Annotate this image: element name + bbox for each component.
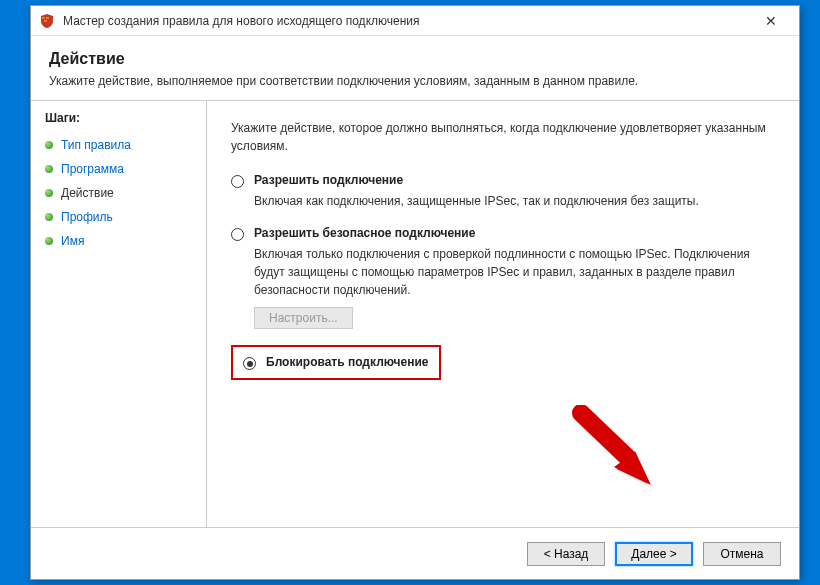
wizard-dialog: Мастер создания правила для нового исход… bbox=[30, 5, 800, 580]
option-allow-label: Разрешить подключение bbox=[254, 173, 403, 187]
step-profile[interactable]: Профиль bbox=[45, 205, 206, 229]
option-allow: Разрешить подключение Включая как подклю… bbox=[231, 173, 775, 210]
option-allow-row[interactable]: Разрешить подключение bbox=[231, 173, 775, 188]
content-intro: Укажите действие, которое должно выполня… bbox=[231, 119, 775, 155]
annotation-arrow-icon bbox=[569, 405, 659, 495]
cancel-button[interactable]: Отмена bbox=[703, 542, 781, 566]
step-label: Имя bbox=[61, 234, 84, 248]
customize-button: Настроить... bbox=[254, 307, 353, 329]
footer-buttons: < Назад Далее > Отмена bbox=[31, 527, 799, 579]
steps-title: Шаги: bbox=[45, 111, 206, 125]
next-button[interactable]: Далее > bbox=[615, 542, 693, 566]
steps-sidebar: Шаги: Тип правила Программа Действие Про… bbox=[31, 101, 206, 527]
titlebar: Мастер создания правила для нового исход… bbox=[31, 6, 799, 36]
step-program[interactable]: Программа bbox=[45, 157, 206, 181]
page-header: Действие Укажите действие, выполняемое п… bbox=[31, 36, 799, 101]
close-button[interactable]: ✕ bbox=[751, 7, 791, 35]
body: Шаги: Тип правила Программа Действие Про… bbox=[31, 101, 799, 527]
step-bullet-icon bbox=[45, 141, 53, 149]
step-rule-type[interactable]: Тип правила bbox=[45, 133, 206, 157]
radio-allow[interactable] bbox=[231, 175, 244, 188]
step-name[interactable]: Имя bbox=[45, 229, 206, 253]
highlighted-selection: Блокировать подключение bbox=[231, 345, 441, 380]
option-allow-desc: Включая как подключения, защищенные IPSe… bbox=[254, 192, 775, 210]
step-label: Тип правила bbox=[61, 138, 131, 152]
option-allow-secure: Разрешить безопасное подключение Включая… bbox=[231, 226, 775, 329]
step-bullet-icon bbox=[45, 165, 53, 173]
step-action[interactable]: Действие bbox=[45, 181, 206, 205]
step-label: Действие bbox=[61, 186, 114, 200]
svg-rect-2 bbox=[44, 20, 47, 22]
option-block-label: Блокировать подключение bbox=[266, 355, 429, 369]
step-bullet-icon bbox=[45, 189, 53, 197]
page-subtitle: Укажите действие, выполняемое при соотве… bbox=[49, 74, 781, 88]
svg-rect-1 bbox=[46, 17, 49, 19]
option-allow-secure-label: Разрешить безопасное подключение bbox=[254, 226, 475, 240]
svg-rect-0 bbox=[42, 17, 45, 19]
step-label: Программа bbox=[61, 162, 124, 176]
window-title: Мастер создания правила для нового исход… bbox=[63, 14, 751, 28]
firewall-icon bbox=[39, 13, 55, 29]
option-block-row[interactable]: Блокировать подключение bbox=[243, 355, 429, 370]
option-allow-secure-row[interactable]: Разрешить безопасное подключение bbox=[231, 226, 775, 241]
step-bullet-icon bbox=[45, 237, 53, 245]
option-allow-secure-desc: Включая только подключения с проверкой п… bbox=[254, 245, 775, 299]
page-title: Действие bbox=[49, 50, 781, 68]
step-bullet-icon bbox=[45, 213, 53, 221]
back-button[interactable]: < Назад bbox=[527, 542, 605, 566]
radio-allow-secure[interactable] bbox=[231, 228, 244, 241]
content-panel: Укажите действие, которое должно выполня… bbox=[207, 101, 799, 527]
step-label: Профиль bbox=[61, 210, 113, 224]
radio-block[interactable] bbox=[243, 357, 256, 370]
